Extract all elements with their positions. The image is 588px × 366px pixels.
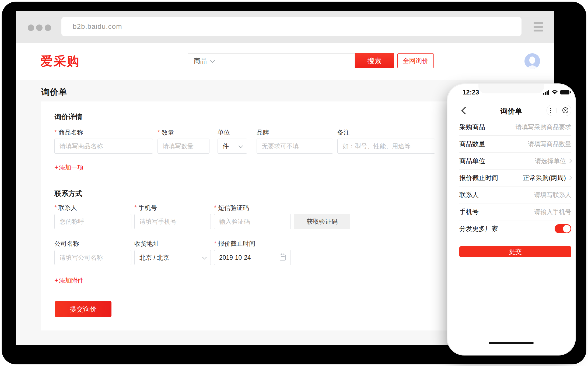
phone-number-label: *手机号 — [134, 204, 157, 212]
sms-code-field[interactable]: 输入验证码 — [214, 214, 291, 229]
wifi-icon — [551, 90, 558, 95]
row-product-unit[interactable]: 商品单位 请选择单位 — [459, 153, 571, 170]
miniprogram-capsule — [547, 105, 571, 116]
browser-chrome: b2b.baidu.com — [16, 11, 554, 43]
search-category-select[interactable]: 商品 — [194, 57, 207, 65]
plus-icon: + — [54, 276, 58, 284]
add-attachment-link[interactable]: +添加附件 — [54, 276, 84, 285]
chevron-down-icon — [239, 143, 243, 148]
product-name-label: *商品名称 — [54, 128, 83, 137]
required-mark: * — [158, 129, 160, 136]
required-mark: * — [134, 204, 137, 211]
chevron-down-icon — [210, 58, 215, 63]
status-icons — [543, 90, 569, 95]
window-dot-icon[interactable] — [36, 24, 43, 31]
brand-field[interactable]: 无要求可不填 — [257, 139, 333, 154]
detail-section-title: 询价详情 — [54, 112, 82, 122]
row-quote-deadline[interactable]: 报价截止时间 正常采购(两周) — [459, 170, 571, 186]
calendar-icon — [280, 255, 286, 261]
phone-notch — [478, 84, 544, 93]
status-time: 12:23 — [463, 89, 479, 96]
company-name-field[interactable]: 请填写公司名称 — [54, 250, 131, 265]
site-header: 爱采购 商品 搜索 全网询价 — [16, 43, 554, 80]
url-text: b2b.baidu.com — [73, 22, 122, 31]
row-contact-name[interactable]: 联系人 请填写联系人 — [459, 186, 571, 203]
unit-select[interactable]: 件 — [218, 139, 247, 154]
phone-submit-button[interactable]: 提交 — [459, 246, 571, 257]
avatar[interactable] — [524, 53, 540, 69]
required-mark: * — [214, 204, 216, 211]
menu-icon[interactable] — [534, 22, 543, 31]
brand-label: 品牌 — [257, 128, 269, 137]
phone-number-field[interactable]: 请填写手机号 — [134, 214, 211, 229]
address-bar[interactable]: b2b.baidu.com — [61, 17, 522, 36]
contact-name-field[interactable]: 您的称呼 — [54, 214, 131, 229]
notes-field[interactable]: 如：型号、性能、用途等 — [337, 139, 435, 154]
company-name-label: 公司名称 — [54, 240, 79, 248]
add-item-link[interactable]: +添加一项 — [54, 163, 84, 172]
search-input[interactable]: 商品 — [188, 53, 355, 68]
submit-inquiry-button[interactable]: 提交询价 — [55, 301, 111, 317]
contact-section-title: 联系方式 — [54, 189, 82, 198]
sms-code-label: *短信验证码 — [214, 204, 249, 212]
required-mark: * — [214, 240, 216, 247]
home-indicator[interactable] — [489, 342, 534, 344]
network-inquiry-button[interactable]: 全网询价 — [397, 53, 434, 68]
notes-label: 备注 — [337, 128, 350, 137]
get-code-button[interactable]: 获取验证码 — [294, 214, 350, 229]
more-icon[interactable] — [550, 108, 551, 113]
row-purchase-product[interactable]: 采购商品 请填写采购商品要求 — [459, 119, 571, 136]
page-title: 询价单 — [41, 86, 67, 98]
quantity-label: *数量 — [158, 128, 174, 137]
contact-name-label: *联系人 — [54, 204, 77, 212]
window-dot-icon[interactable] — [45, 24, 51, 31]
close-icon[interactable] — [562, 107, 568, 113]
deadline-date-field[interactable]: 2019-10-24 — [214, 250, 291, 265]
row-distribute-more: 分发更多厂家 — [459, 220, 571, 237]
required-mark: * — [54, 129, 57, 136]
capsule-divider — [556, 108, 557, 113]
distribute-toggle[interactable] — [555, 224, 571, 233]
avatar-body-icon — [526, 65, 538, 69]
chevron-down-icon — [202, 255, 207, 259]
plus-icon: + — [54, 163, 58, 171]
deadline-label: *报价截止时间 — [214, 240, 255, 248]
unit-label: 单位 — [218, 128, 230, 137]
signal-icon — [543, 90, 549, 95]
phone-form: 采购商品 请填写采购商品要求 商品数量 请填写商品数量 商品单位 请选择单位 报… — [459, 119, 571, 257]
required-mark: * — [54, 204, 57, 211]
phone-mockup: 12:23 询价单 采购商品 请填写采购商品要求 — [447, 84, 575, 355]
quantity-field[interactable]: 请填写数量 — [158, 139, 209, 154]
chevron-right-icon — [568, 176, 572, 180]
row-product-quantity[interactable]: 商品数量 请填写商品数量 — [459, 136, 571, 153]
product-name-field[interactable]: 请填写商品名称 — [54, 139, 153, 154]
battery-icon — [560, 90, 569, 94]
phone-nav-bar: 询价单 — [447, 103, 575, 118]
shipping-address-label: 收货地址 — [134, 240, 159, 248]
site-logo[interactable]: 爱采购 — [40, 53, 80, 70]
search-button[interactable]: 搜索 — [355, 53, 394, 68]
row-phone-number[interactable]: 手机号 请输入手机号 — [459, 203, 571, 220]
shipping-address-select[interactable]: 北京 / 北京 — [134, 250, 211, 265]
window-dot-icon[interactable] — [28, 24, 34, 31]
avatar-head-icon — [529, 57, 535, 64]
device-frame: b2b.baidu.com 爱采购 商品 搜索 全网询价 询价单 — [2, 2, 586, 364]
chevron-right-icon — [568, 159, 572, 163]
